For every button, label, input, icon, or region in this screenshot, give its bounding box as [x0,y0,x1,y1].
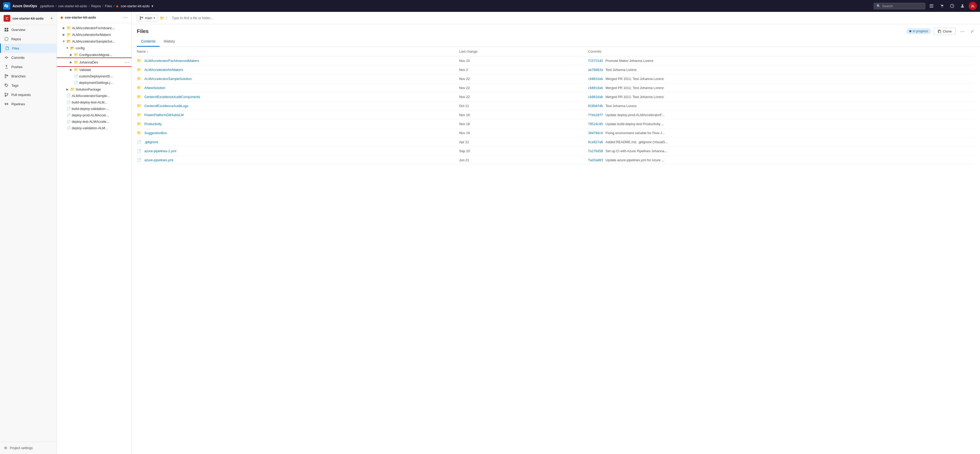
svg-rect-34 [939,30,941,33]
sidebar-item-tags[interactable]: Tags [0,81,57,90]
svg-rect-0 [930,5,933,5]
breadcrumb-repos[interactable]: Repos [91,4,101,8]
path-input[interactable] [169,15,975,21]
search-input[interactable] [882,4,918,8]
svg-point-4 [943,7,943,8]
tree-item[interactable]: ▶ 📁 Validate [57,66,131,73]
file-name-cell: 📁 CenterofExcellenceAuditComponents [137,95,459,99]
sidebar-item-overview[interactable]: Overview [0,25,57,34]
project-settings-btn[interactable]: ⚙ Project settings [0,444,57,452]
commit-hash-link[interactable]: fa1fbd58 [588,149,603,153]
tree-item[interactable]: ▼ 📂 ALMAcceleratorSampleSol... [57,38,131,44]
chevron-right-icon: ▶ [69,60,73,64]
breadcrumb: pplatform / coe-starter-kit-azdo / Repos… [40,4,870,8]
avatar[interactable]: JL [969,2,977,10]
tree-item-johannadev[interactable]: ▶ 📁 JohannaDev ⋯ [57,58,131,66]
file-name-link[interactable]: ALMAcceleratorSampleSolution [144,77,192,81]
sidebar-item-files[interactable]: Files [0,44,57,53]
file-name-link[interactable]: ANewSolution [144,86,165,90]
svg-rect-23 [5,103,6,105]
breadcrumb-repo[interactable]: coe-starter-kit-azdo [58,4,87,8]
file-name-link[interactable]: azure-pipelines-1.yml [144,149,176,153]
expand-btn[interactable]: ⤢ [969,28,975,35]
tab-contents[interactable]: Contents [137,37,159,47]
svg-rect-1 [930,6,933,6]
tree-item-label: build-deploy-test-ALM... [72,100,107,104]
sidebar-item-pullrequests[interactable]: Pull requests [0,90,57,99]
last-change-cell: Oct 11 [459,104,588,108]
sidebar-item-commits[interactable]: Commits [0,53,57,62]
file-name-link[interactable]: .gitignore [144,140,158,144]
commit-hash-link[interactable]: 79524c85 [588,122,603,126]
tree-item[interactable]: ▶ 📁 ALMAcceleratorForAdvanc... [57,24,131,31]
commit-hash-link[interactable]: f1573145 [588,59,603,63]
file-name-cell: 📁 PowerPlatformGitHubALM [137,113,459,117]
tree-item-label: SolutionPackage [76,87,101,91]
tree-item[interactable]: ▼ 📂 config [57,44,131,51]
sidebar: C coe-starter-kit-azdo + Overview Repos [0,12,57,454]
file-name-link[interactable]: SuggestionBox [144,131,167,135]
commits-cell: ae76063a Test Johanna Lorenz [588,68,975,72]
file-name-link[interactable]: CenterofExcellenceAuditComponents [144,95,200,99]
commit-hash-link[interactable]: cb801dab [588,95,603,99]
tree-item[interactable]: ▶ 📄 customDeploymentS... [57,73,131,79]
file-name-link[interactable]: ALMAcceleratorforMakers [144,68,183,72]
file-name-link[interactable]: Productivity [144,122,162,126]
tree-item[interactable]: ▶ 📄 build-deploy-test-ALM... [57,99,131,105]
tree-item[interactable]: ▶ 📄 deploymentSettings.j... [57,79,131,86]
breadcrumb-files[interactable]: Files [105,4,112,8]
tree-item[interactable]: ▶ 📄 deploy-validation-ALM... [57,125,131,131]
file-name-link[interactable]: CenterofExcellenceAuditLogs [144,104,188,108]
commit-hash-link[interactable]: 7fda18ff [588,113,603,117]
tab-history[interactable]: History [159,37,179,47]
commit-hash-link[interactable]: cb801dab [588,86,603,90]
commit-hash-link[interactable]: 9ce827a6 [588,140,603,144]
file-rows-container: 📁 ALMAcceleratorForAdvancedMakers Nov 10… [137,56,975,165]
file-name-link[interactable]: ALMAcceleratorForAdvancedMakers [144,59,199,63]
tree-item[interactable]: ▶ 📁 ConfigurationMigrati... [57,51,131,58]
tree-item[interactable]: ▶ 📄 ALMAcceleratorSample... [57,93,131,99]
help-icon-btn[interactable]: ? [948,2,956,10]
sidebar-item-branches[interactable]: Branches [0,71,57,81]
tree-item[interactable]: ▶ 📄 deploy-prod-ALMAccel... [57,112,131,118]
col-name-header[interactable]: Name ↑ [137,49,459,53]
table-row: 📁 ALMAcceleratorforMakers Nov 2 ae76063a… [137,65,975,74]
commit-hash-link[interactable]: cb801dab [588,77,603,81]
commit-hash-link[interactable]: 018b6fdb [588,104,603,108]
sidebar-item-repos[interactable]: Repos [0,34,57,44]
cart-icon-btn[interactable] [938,2,946,10]
last-change-cell: Jun 21 [459,158,588,162]
list-icon-btn[interactable] [928,2,935,10]
folder-icon: 📁 [74,52,78,57]
commits-cell: cb801dab Merged PR 1011: Test Johanna Lo… [588,95,975,99]
file-tree-body: ▶ 📁 ALMAcceleratorForAdvanc... ▶ 📁 ALMAc… [57,23,131,454]
file-icon: 📄 [137,149,141,153]
commit-hash-link[interactable]: ae76063a [588,68,603,72]
tree-item[interactable]: ▶ 📁 SolutionPackage [57,86,131,93]
tree-item[interactable]: ▶ 📄 deploy-test-ALMAccele... [57,118,131,125]
file-name-link[interactable]: azure-pipelines.yml [144,158,173,162]
breadcrumb-current[interactable]: ◆ coe-starter-kit-azdo ▾ [116,4,153,8]
sidebar-item-pipelines[interactable]: Pipelines [0,99,57,109]
commit-hash-link[interactable]: 38470dc6 [588,131,603,135]
branch-icon [140,16,143,20]
file-name-link[interactable]: PowerPlatformGitHubALM [144,113,183,117]
svg-point-12 [6,57,7,58]
content-toolbar: main ▾ 📁 / [132,12,980,24]
branch-selector-btn[interactable]: main ▾ [137,14,158,21]
tree-item[interactable]: ▶ 📄 build-deploy-validation-... [57,105,131,112]
logo-area[interactable]: Azure DevOps [3,2,37,10]
sidebar-item-pushes[interactable]: Pushes [0,62,57,71]
header-more-btn[interactable]: ⋯ [958,27,967,35]
user-icon-btn[interactable] [958,2,967,10]
add-project-btn[interactable]: + [50,16,53,21]
clone-btn[interactable]: Clone [934,28,956,35]
commit-hash-link[interactable]: fad3a803 [588,159,603,162]
search-box[interactable]: 🔍 [873,3,925,9]
folder-path-icon: 📁 [160,16,164,20]
tree-more-btn[interactable]: ⋯ [123,15,128,20]
tree-item-more-btn[interactable]: ⋯ [125,59,129,65]
tree-item[interactable]: ▶ 📁 ALMAcceleratorforMakers [57,31,131,38]
last-change-cell: Apr 12 [459,140,588,144]
breadcrumb-pplatform[interactable]: pplatform [40,4,54,8]
